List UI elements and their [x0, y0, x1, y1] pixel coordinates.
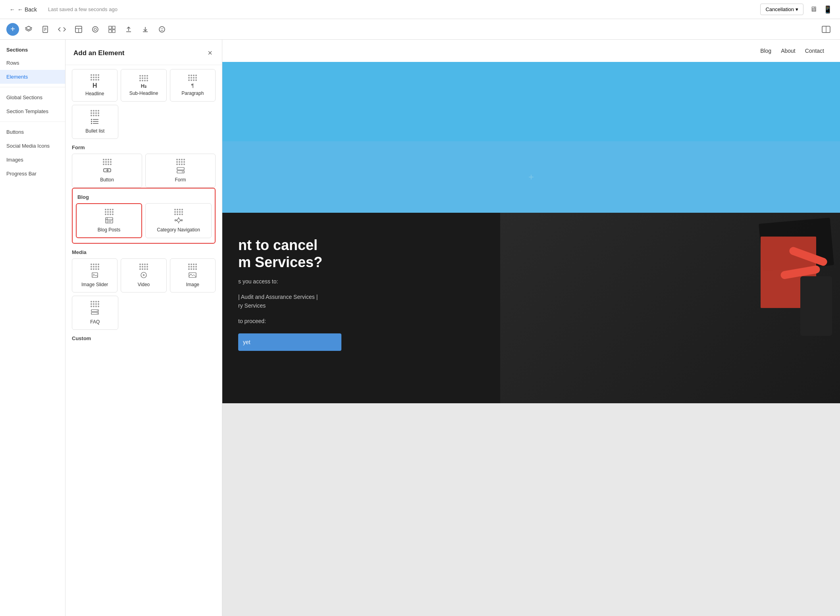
- canvas-inner: Blog About Contact +: [222, 40, 840, 403]
- video-label: Video: [138, 282, 150, 287]
- image-element[interactable]: Image: [170, 258, 216, 293]
- svg-point-24: [91, 123, 92, 124]
- headline-element[interactable]: H Headline: [72, 69, 118, 102]
- sidebar-item-images[interactable]: Images: [0, 153, 65, 167]
- canvas-area[interactable]: Blog About Contact +: [222, 40, 840, 616]
- svg-point-22: [91, 121, 92, 122]
- image-icon: [188, 271, 197, 280]
- sub-headline-element[interactable]: H₂ Sub-Headline: [121, 69, 166, 102]
- cancellation-chevron-icon: ▾: [796, 6, 798, 12]
- upload-button[interactable]: [121, 23, 136, 36]
- cancellation-label: Cancellation: [765, 6, 794, 12]
- nav-blog-link: Blog: [760, 48, 771, 54]
- sidebar-item-buttons[interactable]: Buttons: [0, 125, 65, 139]
- document-button[interactable]: [38, 23, 52, 36]
- faq-dot-grid: [91, 301, 99, 307]
- category-navigation-icon: [174, 217, 183, 225]
- button-element[interactable]: Button: [72, 154, 142, 188]
- svg-point-16: [161, 28, 162, 29]
- blog-posts-dot-grid: [105, 209, 114, 215]
- svg-rect-43: [92, 273, 98, 277]
- panel-title: Add an Element: [73, 49, 124, 57]
- sidebar-item-social-media-icons[interactable]: Social Media Icons: [0, 139, 65, 153]
- tablet-view-button[interactable]: 📱: [822, 4, 834, 15]
- close-panel-button[interactable]: ×: [206, 47, 214, 59]
- sidebar-item-progress-bar[interactable]: Progress Bar: [0, 167, 65, 181]
- svg-point-17: [162, 28, 163, 29]
- headline-label: Headline: [85, 91, 104, 96]
- download-button[interactable]: [138, 23, 152, 36]
- paragraph-icon: ¶: [191, 83, 194, 89]
- left-sidebar: Sections Rows Elements Global Sections S…: [0, 40, 66, 616]
- svg-marker-46: [143, 274, 145, 276]
- svg-rect-11: [109, 30, 112, 33]
- layout-icon: [75, 25, 83, 33]
- grid-button[interactable]: [105, 23, 119, 36]
- button-icon: [103, 167, 112, 175]
- sidebar-item-rows[interactable]: Rows: [0, 56, 65, 70]
- svg-point-7: [92, 27, 98, 32]
- form-elements-grid: Button Form: [72, 154, 216, 188]
- preview-dark-overlay: [500, 213, 840, 403]
- category-navigation-element[interactable]: Category Navigation: [145, 203, 212, 238]
- emoji-button[interactable]: [155, 23, 169, 36]
- bullet-list-icon: [91, 118, 99, 127]
- media-elements-grid: Image Slider Video: [72, 258, 216, 293]
- faq-label: FAQ: [90, 319, 100, 325]
- blog-posts-element[interactable]: Blog Posts: [76, 203, 142, 238]
- desktop-view-button[interactable]: 🖥: [808, 4, 819, 15]
- media-category-label: Media: [72, 244, 216, 258]
- faq-element[interactable]: FAQ: [72, 296, 118, 330]
- layers-button[interactable]: [21, 23, 36, 36]
- category-navigation-label: Category Navigation: [157, 227, 200, 233]
- add-row-icon[interactable]: +: [528, 171, 534, 183]
- image-slider-dot-grid: [91, 264, 99, 270]
- svg-point-48: [191, 274, 192, 275]
- split-view-button[interactable]: [819, 23, 834, 35]
- upload-icon: [125, 25, 133, 33]
- form-icon: [176, 167, 185, 175]
- svg-rect-31: [106, 218, 113, 223]
- circle-button[interactable]: [88, 23, 102, 36]
- svg-rect-28: [177, 167, 184, 170]
- split-view-icon: [822, 26, 830, 33]
- add-element-panel: Add an Element × H Headline: [66, 40, 222, 616]
- back-button[interactable]: ← ← Back: [6, 5, 40, 14]
- sidebar-item-section-templates[interactable]: Section Templates: [0, 104, 65, 118]
- sidebar-item-elements[interactable]: Elements: [0, 70, 65, 84]
- website-preview: Blog About Contact +: [222, 40, 840, 403]
- svg-point-36: [177, 219, 180, 222]
- layers-icon: [25, 25, 33, 33]
- button-dot-grid: [103, 159, 112, 165]
- text-elements-grid: H Headline H₂ Sub-Headline: [72, 69, 216, 102]
- form-element[interactable]: Form: [145, 154, 216, 188]
- toolbar: +: [0, 19, 840, 40]
- preview-dark-section: nt to cancelm Services? s you access to:…: [222, 213, 840, 403]
- preview-action-section[interactable]: +: [222, 141, 840, 213]
- sub-headline-icon: H₂: [141, 83, 146, 89]
- calculator-decoration: [800, 276, 832, 336]
- form-label: Form: [175, 177, 186, 183]
- layout-button[interactable]: [71, 23, 86, 36]
- bullet-list-label: Bullet list: [85, 128, 104, 134]
- sidebar-divider-2: [0, 121, 65, 122]
- sidebar-item-global-sections[interactable]: Global Sections: [0, 90, 65, 104]
- headline-dot-grid: [91, 74, 99, 81]
- paragraph-dot-grid: [188, 75, 197, 81]
- add-element-button[interactable]: +: [6, 23, 19, 36]
- bullet-list-element[interactable]: Bullet list: [72, 105, 118, 139]
- code-button[interactable]: [55, 23, 69, 36]
- preview-blue-section: [222, 62, 840, 141]
- paragraph-element[interactable]: ¶ Paragraph: [170, 69, 216, 102]
- nav-about-link: About: [781, 48, 796, 54]
- main-layout: Sections Rows Elements Global Sections S…: [0, 40, 840, 616]
- category-nav-dot-grid: [174, 209, 183, 215]
- image-slider-element[interactable]: Image Slider: [72, 258, 118, 293]
- blog-category-label: Blog: [73, 189, 215, 203]
- video-element[interactable]: Video: [121, 258, 166, 293]
- cancellation-button[interactable]: Cancellation ▾: [760, 4, 803, 15]
- preview-input-text: yet: [243, 339, 250, 345]
- svg-rect-10: [112, 26, 115, 29]
- saved-status: Last saved a few seconds ago: [48, 6, 118, 12]
- svg-point-44: [93, 274, 94, 275]
